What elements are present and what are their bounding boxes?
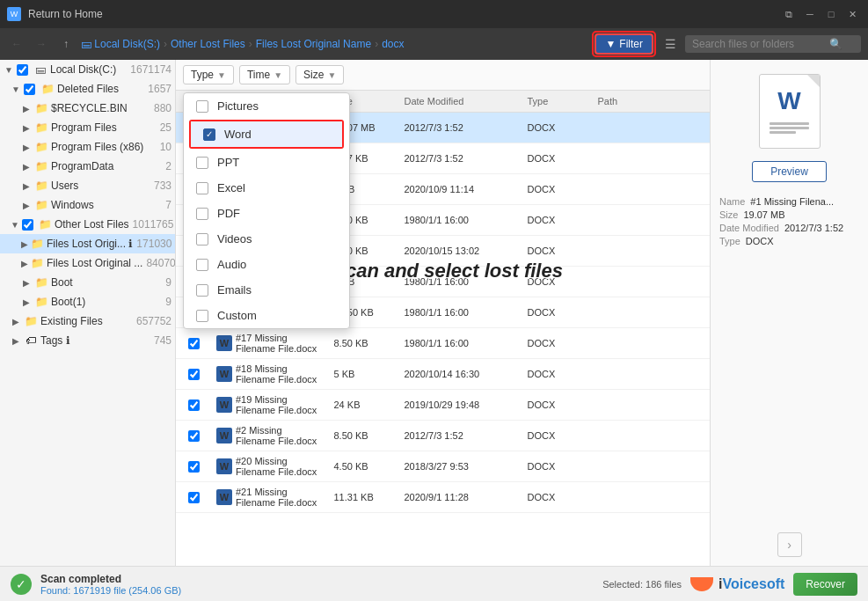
type-dropdown[interactable]: Type ▼ (183, 65, 234, 84)
menu-button[interactable]: ☰ (661, 37, 680, 51)
deletedfiles-checkbox[interactable] (24, 84, 35, 95)
pdf-checkbox[interactable] (196, 208, 208, 220)
status-right: Selected: 186 files iVoicesoft Recover (602, 573, 857, 596)
sidebar-count: 171030 (136, 238, 171, 250)
file-size: 4.50 KB (329, 457, 399, 476)
file-type: DOCX (522, 395, 593, 414)
sidebar-item-fileslostoriginal2[interactable]: ▶ 📁 Files Lost Original ... 840703 (0, 253, 175, 273)
sidebar-item-programfiles[interactable]: ▶ 📁 Program Files 25 (0, 118, 175, 137)
expand-icon: ▶ (21, 258, 28, 268)
sidebar-count: 10 (160, 141, 171, 153)
sidebar-item-windows[interactable]: ▶ 📁 Windows 7 (0, 195, 175, 215)
sidebar-item-existingfiles[interactable]: ▶ 📁 Existing Files 657752 (0, 311, 175, 331)
forward-btn[interactable]: → (32, 34, 51, 54)
filter-option-excel[interactable]: Excel (184, 175, 349, 201)
filter-option-ppt[interactable]: PPT (184, 150, 349, 175)
sidebar-item-boot[interactable]: ▶ 📁 Boot 9 (0, 273, 175, 292)
breadcrumb-drive[interactable]: 🖴 Local Disk(S:) (81, 38, 160, 50)
localdisk-checkbox[interactable] (17, 64, 28, 76)
breadcrumb-otherlost[interactable]: Other Lost Files (171, 38, 245, 50)
row-checkbox[interactable] (188, 430, 200, 442)
scroll-down-btn[interactable]: › (777, 532, 802, 557)
table-row[interactable]: W #19 Missing Filename File.docx 24 KB 2… (176, 390, 710, 421)
sidebar-item-otherlost[interactable]: ▼ 📁 Other Lost Files 1011765 (0, 215, 175, 234)
sidebar-item-localdisk[interactable]: ▼ 🖴 Local Disk(C:) 1671174 (0, 60, 175, 79)
table-row[interactable]: W #17 Missing Filename File.docx 8.50 KB… (176, 328, 710, 359)
file-date: 1980/1/1 16:00 (399, 303, 522, 322)
back-btn[interactable]: ← (7, 34, 26, 54)
sidebar-label: Deleted Files (57, 83, 144, 95)
row-checkbox[interactable] (188, 369, 200, 380)
filter-option-videos[interactable]: Videos (184, 226, 349, 252)
sidebar-count: 880 (154, 102, 171, 114)
table-row[interactable]: W #20 Missing Filename File.docx 4.50 KB… (176, 451, 710, 482)
file-type: DOCX (522, 118, 593, 137)
filter-option-emails[interactable]: Emails (184, 277, 349, 303)
table-row[interactable]: W #21 Missing Filename File.docx 11.31 K… (176, 482, 710, 513)
type-value: DOCX (746, 236, 859, 246)
filter-option-word[interactable]: ✓ Word (191, 121, 342, 147)
search-icon[interactable]: 🔍 (829, 38, 842, 50)
restore-btn[interactable]: ⧉ (780, 5, 798, 23)
filter-bar: Type ▼ Time ▼ Size ▼ (176, 60, 710, 91)
up-btn[interactable]: ↑ (56, 34, 76, 54)
sidebar-item-tags[interactable]: ▶ 🏷 Tags ℹ 745 (0, 331, 175, 350)
sidebar-count: 1657 (148, 83, 171, 95)
videos-checkbox[interactable] (196, 233, 208, 246)
file-date: 2012/7/3 1:52 (399, 426, 522, 445)
table-row[interactable]: W #18 Missing Filename File.docx 5 KB 20… (176, 359, 710, 390)
recover-button[interactable]: Recover (793, 573, 857, 596)
breadcrumb-docx[interactable]: docx (382, 38, 404, 50)
maximize-btn[interactable]: □ (822, 5, 840, 23)
preview-button[interactable]: Preview (752, 161, 827, 182)
otherlost-checkbox[interactable] (22, 219, 33, 231)
folder-icon: 📁 (34, 295, 48, 309)
row-checkbox[interactable] (188, 399, 200, 411)
audio-checkbox[interactable] (196, 259, 208, 271)
ivoicesoft-logo: iVoicesoft (718, 576, 784, 592)
selected-info: Selected: 186 files (602, 579, 682, 590)
emails-checkbox[interactable] (196, 284, 208, 297)
sidebar-label: Files Lost Original ... (47, 257, 142, 269)
sidebar-item-boot1[interactable]: ▶ 📁 Boot(1) 9 (0, 292, 175, 311)
filter-button[interactable]: ▼ Filter (594, 33, 653, 55)
ppt-checkbox[interactable] (196, 157, 208, 169)
app-icon: W (7, 7, 21, 21)
sidebar-item-deletedfiles[interactable]: ▼ 📁 Deleted Files 1657 (0, 79, 175, 99)
pictures-checkbox[interactable] (196, 100, 208, 113)
sidebar-item-users[interactable]: ▶ 📁 Users 733 (0, 176, 175, 195)
filter-option-pictures[interactable]: Pictures (184, 93, 349, 119)
file-size: 24 KB (329, 395, 399, 414)
filter-option-audio[interactable]: Audio (184, 252, 349, 277)
row-checkbox[interactable] (188, 338, 200, 349)
minimize-btn[interactable]: ─ (801, 5, 819, 23)
sidebar-item-programdata[interactable]: ▶ 📁 ProgramData 2 (0, 157, 175, 176)
filter-option-custom[interactable]: Custom (184, 303, 349, 328)
filter-option-pdf[interactable]: PDF (184, 201, 349, 226)
drive-icon: 🖴 (33, 62, 47, 77)
sidebar-label: Local Disk(C:) (50, 63, 127, 76)
row-checkbox[interactable] (188, 492, 200, 503)
sidebar-item-fileslostoriginal1[interactable]: ▶ 📁 Files Lost Origi... ℹ 171030 (0, 234, 175, 253)
excel-checkbox[interactable] (196, 182, 208, 194)
custom-checkbox[interactable] (196, 310, 208, 322)
time-dropdown[interactable]: Time ▼ (239, 65, 290, 84)
sidebar-item-recycle[interactable]: ▶ 📁 $RECYCLE.BIN 880 (0, 99, 175, 118)
preview-doc-lines (770, 121, 809, 136)
ivoicesoft-brand: iVoicesoft (690, 576, 784, 592)
table-row[interactable]: W #2 Missing Filename File.docx 8.50 KB … (176, 421, 710, 451)
search-input[interactable] (692, 38, 824, 50)
col-type: Type (522, 94, 593, 108)
name-label: Name (719, 196, 745, 207)
size-dropdown[interactable]: Size ▼ (295, 65, 344, 84)
preview-w-letter: W (777, 87, 800, 115)
sidebar-count: 733 (154, 180, 171, 192)
breadcrumb-fileslost[interactable]: Files Lost Original Name (256, 38, 371, 50)
sidebar-item-programfilesx86[interactable]: ▶ 📁 Program Files (x86) 10 (0, 137, 175, 157)
word-label: Word (224, 128, 252, 141)
close-btn[interactable]: ✕ (843, 5, 861, 23)
pdf-label: PDF (217, 207, 240, 220)
word-checkbox[interactable]: ✓ (203, 128, 215, 141)
row-checkbox[interactable] (188, 461, 200, 473)
file-name: #21 Missing Filename File.docx (236, 487, 324, 508)
